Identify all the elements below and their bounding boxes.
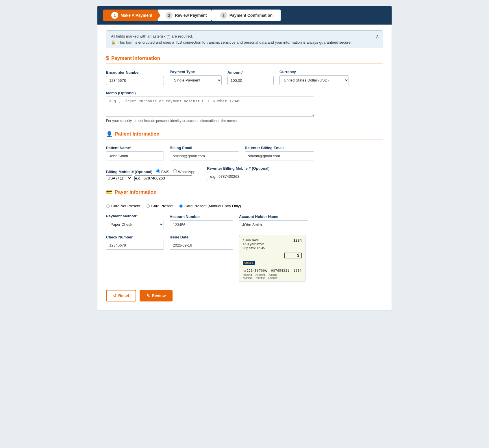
check-name-address: YOUR NAME 1234 your street City, State 1… xyxy=(243,238,265,250)
routing-label: RoutingNumber xyxy=(243,273,252,279)
currency-select[interactable]: United States Dollar (USD) Euro (EUR) Br… xyxy=(279,75,349,85)
memo-group: Memo (Optional) For your security, do no… xyxy=(106,91,314,123)
patient-row-2: Billing Mobile # (Optional) SMS WhatsApp… xyxy=(106,166,383,181)
check-number-display: 1234 xyxy=(293,238,302,242)
currency-group: Currency United States Dollar (USD) Euro… xyxy=(279,70,349,85)
billing-email-group: Billing Email xyxy=(170,146,239,160)
main-content: ∧ All fields marked with an asterisk (*)… xyxy=(97,25,392,310)
re-billing-email-label: Re-enter Billing Email xyxy=(245,146,314,150)
payer-row-2: Check Number Issue Date YOUR NAME 1234 y… xyxy=(106,235,383,282)
asterisk-symbol: * xyxy=(168,34,169,38)
patient-name-input[interactable] xyxy=(106,151,164,160)
re-billing-mobile-group: Re-enter Billing Mobile # (Optional) xyxy=(207,166,276,181)
billing-mobile-group: Billing Mobile # (Optional) SMS WhatsApp… xyxy=(106,169,195,181)
patient-name-label: Patient Name* xyxy=(106,146,164,150)
card-icon: 💳 xyxy=(106,189,112,195)
step-3-number: 3 xyxy=(220,12,227,19)
info-banner: ∧ All fields marked with an asterisk (*)… xyxy=(106,30,383,48)
encounter-number-group: Encounter Number xyxy=(106,70,164,85)
billing-email-label: Billing Email xyxy=(170,146,239,150)
card-present-label[interactable]: Card Present xyxy=(146,204,173,208)
payment-method-select[interactable]: Paper Check Credit Card ACH xyxy=(106,220,164,229)
card-present-manual-radio[interactable] xyxy=(179,204,183,208)
memo-textarea[interactable] xyxy=(106,97,314,117)
check-dollar-box: $ xyxy=(284,253,302,258)
check-number-input[interactable] xyxy=(106,241,164,250)
payment-info-title: Payment Information xyxy=(111,55,160,61)
payment-type-select[interactable]: Single Payment Installment Recurring xyxy=(170,75,222,85)
step-3[interactable]: 3 Payment Confirmation xyxy=(212,10,281,21)
account-holder-input[interactable] xyxy=(239,220,308,229)
step-1[interactable]: 1 Make A Payment xyxy=(103,10,160,21)
encounter-number-label: Encounter Number xyxy=(106,70,164,75)
payment-method-group: Payment Method* Paper Check Credit Card … xyxy=(106,214,164,229)
issue-date-label: Issue Date xyxy=(170,235,233,239)
account-number-input[interactable] xyxy=(170,220,233,229)
card-present-radio[interactable] xyxy=(146,204,150,208)
account-label: AccountNumber xyxy=(255,273,265,279)
card-present-manual-label[interactable]: Card Present (Manual Entry Only) xyxy=(179,204,241,208)
amount-asterisk: * xyxy=(242,70,243,75)
account-holder-group: Account Holder Name xyxy=(239,214,308,229)
re-mobile-input[interactable] xyxy=(207,172,276,181)
amount-input[interactable] xyxy=(227,76,274,85)
patient-information-section: 👤 Patient Information Patient Name* Bill… xyxy=(106,131,383,181)
action-row: ↺ Reset ✎ Review xyxy=(106,290,383,301)
check-logo: CHASE xyxy=(243,261,255,265)
mobile-number-input[interactable] xyxy=(134,175,192,181)
check-image: YOUR NAME 1234 your street City, State 1… xyxy=(239,235,305,282)
payment-type-group: Payment Type Single Payment Installment … xyxy=(170,70,222,85)
billing-mobile-label: Billing Mobile # (Optional) SMS WhatsApp xyxy=(106,169,195,174)
reset-label: Reset xyxy=(118,293,129,298)
review-icon: ✎ xyxy=(147,293,150,298)
billing-email-input[interactable] xyxy=(170,151,239,160)
re-billing-email-group: Re-enter Billing Email xyxy=(245,146,314,160)
collapse-button[interactable]: ∧ xyxy=(376,34,379,39)
whatsapp-radio[interactable] xyxy=(173,169,177,173)
person-icon: 👤 xyxy=(106,131,112,137)
re-billing-email-input[interactable] xyxy=(245,151,314,160)
step-1-number: 1 xyxy=(111,12,118,19)
stepper-bar: 1 Make A Payment 2 Review Payment 3 Paym… xyxy=(97,6,392,25)
encounter-number-input[interactable] xyxy=(106,76,164,85)
step-3-label: Payment Confirmation xyxy=(229,13,273,18)
check-labels: RoutingNumber AccountNumber CheckNumber xyxy=(243,273,302,279)
payer-row-1: Payment Method* Paper Check Credit Card … xyxy=(106,214,383,229)
payment-method-asterisk: * xyxy=(136,214,138,218)
check-micr: ⑆:123456789⑆ 987654321 1234 xyxy=(243,269,302,272)
issue-date-group: Issue Date xyxy=(170,235,233,250)
step-2-label: Review Payment xyxy=(175,13,207,18)
payer-information-section: 💳 Payer Information Card Not Present Car… xyxy=(106,189,383,282)
step-2[interactable]: 2 Review Payment xyxy=(158,10,215,21)
check-middle: CHASE xyxy=(243,261,302,267)
account-number-group: Account Number xyxy=(170,214,233,229)
required-text: All fields marked with an asterisk (*) a… xyxy=(111,34,378,38)
check-number-label: Check Number xyxy=(106,235,164,239)
payment-row-1: Encounter Number Payment Type Single Pay… xyxy=(106,70,383,85)
mobile-radios: SMS WhatsApp xyxy=(156,170,195,174)
reset-button[interactable]: ↺ Reset xyxy=(106,290,136,301)
whatsapp-label[interactable]: WhatsApp xyxy=(178,170,195,174)
sms-radio[interactable] xyxy=(156,169,160,173)
dollar-icon: $ xyxy=(106,55,109,61)
payer-radio-group: Card Not Present Card Present Card Prese… xyxy=(106,204,383,208)
check-top: YOUR NAME 1234 your street City, State 1… xyxy=(243,238,302,250)
payment-row-2: Memo (Optional) For your security, do no… xyxy=(106,91,383,123)
currency-label: Currency xyxy=(279,70,349,74)
patient-info-title: Patient Information xyxy=(115,131,160,137)
lock-icon: 🔒 xyxy=(111,40,116,45)
reset-icon: ↺ xyxy=(113,293,116,298)
sms-label[interactable]: SMS xyxy=(161,170,169,174)
account-holder-label: Account Holder Name xyxy=(239,214,308,219)
review-label: Review xyxy=(152,293,166,298)
card-not-present-radio[interactable] xyxy=(106,204,110,208)
review-button[interactable]: ✎ Review xyxy=(140,290,173,301)
payer-info-title: Payer Information xyxy=(115,189,157,195)
patient-row-1: Patient Name* Billing Email Re-enter Bil… xyxy=(106,146,383,160)
issue-date-input[interactable] xyxy=(170,241,233,250)
country-code-select[interactable]: USA (+1) xyxy=(106,175,132,181)
payer-info-header: 💳 Payer Information xyxy=(106,189,383,198)
patient-name-asterisk: * xyxy=(130,146,131,150)
card-not-present-label[interactable]: Card Not Present xyxy=(106,204,140,208)
amount-label: Amount* xyxy=(227,70,274,75)
